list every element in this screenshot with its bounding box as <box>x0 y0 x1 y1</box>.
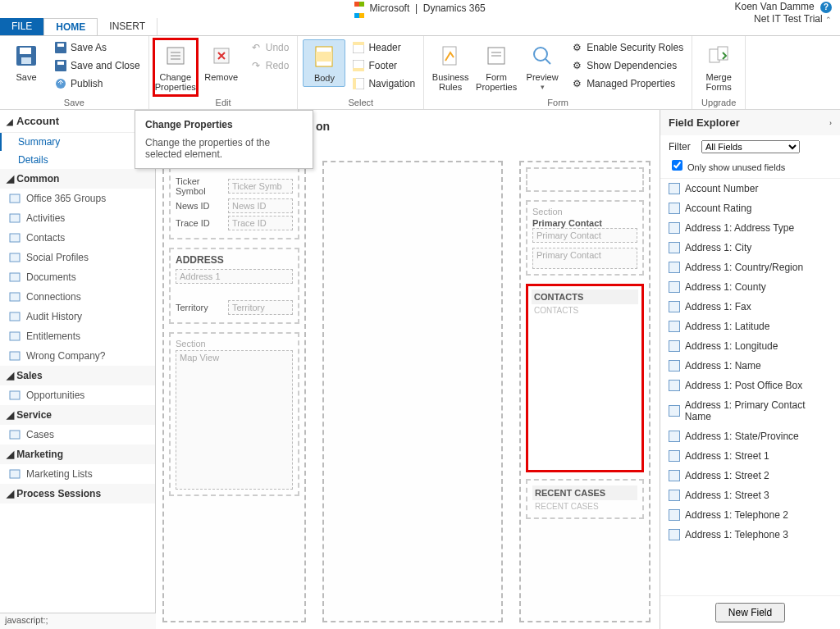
section-label: Section <box>532 207 637 217</box>
ribbon-group-form: Business Rules Form Properties Preview ▾… <box>424 36 692 109</box>
chevron-right-icon[interactable]: › <box>829 119 832 127</box>
form-canvas[interactable]: on Ticker SymbolTicker Symb News IDNews … <box>156 110 660 629</box>
field-item[interactable]: Address 1: Telephone 3 <box>660 525 840 545</box>
nav-item-icon <box>8 212 21 225</box>
canvas-col-2[interactable] <box>322 161 503 622</box>
nav-service-h[interactable]: ◢ Service <box>0 405 155 425</box>
svg-rect-4 <box>57 43 64 47</box>
field-item[interactable]: Address 1: Name <box>660 356 840 376</box>
managed-props-button[interactable]: ⚙Managed Properties <box>567 75 687 92</box>
field-map-view[interactable]: Map View <box>176 350 293 490</box>
nav-details[interactable]: Details <box>0 151 155 169</box>
unused-checkbox[interactable] <box>672 160 682 171</box>
nav-heading-account[interactable]: ◢Account <box>0 110 155 133</box>
nav-sales-h[interactable]: ◢ Sales <box>0 366 155 385</box>
nav-service-cases[interactable]: Cases <box>0 425 155 444</box>
contacts-section[interactable]: CONTACTS CONTACTS <box>526 284 644 472</box>
nav-common-wrong-company-[interactable]: Wrong Company? <box>0 346 155 366</box>
save-as-button[interactable]: Save As <box>51 39 144 56</box>
group-label-save: Save <box>5 96 144 109</box>
footer-button[interactable]: Footer <box>349 57 418 74</box>
nav-process-h[interactable]: ◢ Process Sessions <box>0 484 155 504</box>
field-item[interactable]: Address 1: State/Province <box>660 426 840 446</box>
nav-marketing-h[interactable]: ◢ Marketing <box>0 444 155 464</box>
svg-rect-6 <box>57 62 64 65</box>
nav-item-icon <box>8 349 21 362</box>
body-button[interactable]: Body <box>303 39 345 87</box>
nav-item-icon <box>8 428 21 441</box>
field-news[interactable]: News ID <box>228 198 293 213</box>
field-item[interactable]: Address 1: Primary Contact Name <box>660 395 840 426</box>
save-close-button[interactable]: Save and Close <box>51 57 144 74</box>
nav-common-activities[interactable]: Activities <box>0 208 155 228</box>
nav-common-audit-history[interactable]: Audit History <box>0 307 155 326</box>
nav-common-social-profiles[interactable]: Social Profiles <box>0 248 155 267</box>
change-properties-button[interactable]: Change Properties <box>154 39 197 95</box>
field-item[interactable]: Address 1: Street 1 <box>660 446 840 466</box>
nav-item-icon <box>8 389 21 402</box>
ribbon-group-edit: Change Properties Remove ↶Undo ↷Redo Edi… <box>149 36 299 109</box>
field-item[interactable]: Address 1: City <box>660 238 840 258</box>
merge-forms-button[interactable]: Merge Forms <box>697 39 740 95</box>
redo-button[interactable]: ↷Redo <box>246 57 293 74</box>
org-chevron-icon[interactable]: ⌃ <box>825 16 832 24</box>
org-name: Net IT Test Trial <box>754 13 823 25</box>
field-address1[interactable]: Address 1 <box>176 269 293 284</box>
form-properties-button[interactable]: Form Properties <box>475 39 518 95</box>
remove-icon <box>208 43 235 69</box>
field-primary-contact-2[interactable]: Primary Contact <box>532 248 637 269</box>
svg-rect-1 <box>20 48 31 54</box>
tab-file[interactable]: FILE <box>0 18 43 35</box>
field-list[interactable]: Account NumberAccount RatingAddress 1: A… <box>660 179 840 595</box>
field-item[interactable]: Address 1: Longitude <box>660 336 840 356</box>
nav-item-icon <box>8 231 21 244</box>
new-field-button[interactable]: New Field <box>715 603 785 622</box>
field-item[interactable]: Account Number <box>660 179 840 198</box>
nav-common-office-365-groups[interactable]: Office 365 Groups <box>0 189 155 208</box>
header-button[interactable]: Header <box>349 39 418 56</box>
nav-common-contacts[interactable]: Contacts <box>0 228 155 248</box>
field-item[interactable]: Address 1: Telephone 2 <box>660 505 840 525</box>
field-item[interactable]: Address 1: Street 3 <box>660 485 840 505</box>
field-item[interactable]: Address 1: Street 2 <box>660 466 840 485</box>
nav-summary[interactable]: Summary <box>0 133 155 151</box>
nav-common-connections[interactable]: Connections <box>0 287 155 307</box>
field-icon <box>669 405 680 417</box>
field-item[interactable]: Address 1: Fax <box>660 297 840 317</box>
nav-common-documents[interactable]: Documents <box>0 267 155 287</box>
field-ticker[interactable]: Ticker Symb <box>228 179 293 194</box>
nav-common-h[interactable]: ◢ Common <box>0 169 155 189</box>
properties-icon <box>162 43 189 69</box>
svg-rect-30 <box>10 214 20 222</box>
field-item[interactable]: Account Rating <box>660 198 840 218</box>
field-trace[interactable]: Trace ID <box>228 216 293 230</box>
preview-button[interactable]: Preview ▾ <box>521 39 564 95</box>
field-territory[interactable]: Territory <box>228 300 293 315</box>
undo-button[interactable]: ↶Undo <box>246 39 293 56</box>
navigation-button[interactable]: Navigation <box>349 75 418 92</box>
field-item[interactable]: Address 1: Latitude <box>660 317 840 336</box>
tab-home[interactable]: HOME <box>43 18 98 35</box>
canvas-col-3[interactable]: Section Primary Contact Primary Contact … <box>519 161 651 622</box>
save-button[interactable]: Save <box>5 39 48 85</box>
filter-select[interactable]: All Fields <box>701 140 800 153</box>
canvas-col-1[interactable]: Ticker SymbolTicker Symb News IDNews ID … <box>162 161 306 622</box>
security-roles-button[interactable]: ⚙Enable Security Roles <box>567 39 687 56</box>
nav-sales-opportunities[interactable]: Opportunities <box>0 385 155 405</box>
header-icon <box>352 41 365 54</box>
remove-button[interactable]: Remove <box>200 39 243 85</box>
tab-insert[interactable]: INSERT <box>98 18 158 35</box>
publish-button[interactable]: Publish <box>51 75 144 92</box>
field-icon <box>669 301 680 312</box>
field-item[interactable]: Address 1: Country/Region <box>660 258 840 277</box>
business-rules-button[interactable]: Business Rules <box>429 39 472 95</box>
help-icon[interactable]: ? <box>820 2 832 13</box>
field-item[interactable]: Address 1: Address Type <box>660 218 840 238</box>
nav-marketing-marketing-lists[interactable]: Marketing Lists <box>0 464 155 484</box>
field-primary-contact[interactable]: Primary Contact <box>532 228 637 243</box>
nav-common-entitlements[interactable]: Entitlements <box>0 326 155 346</box>
field-item[interactable]: Address 1: Post Office Box <box>660 376 840 395</box>
unused-checkbox-row[interactable]: Only show unused fields <box>669 157 832 173</box>
field-item[interactable]: Address 1: County <box>660 277 840 297</box>
dependencies-button[interactable]: ⚙Show Dependencies <box>567 57 687 74</box>
